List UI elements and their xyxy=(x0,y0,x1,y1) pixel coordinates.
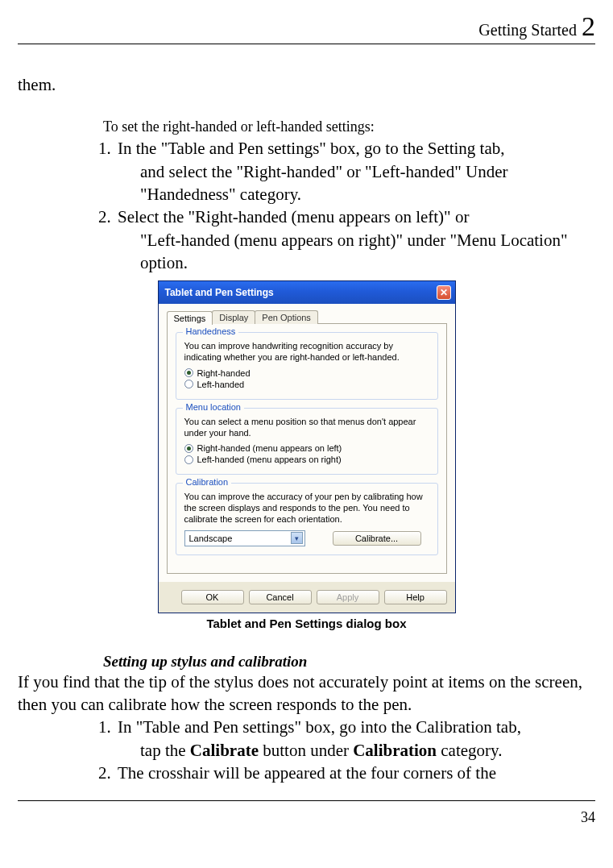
radio-label: Right-handed (menu appears on left) xyxy=(197,443,342,453)
dialog-tabs: Settings Display Pen Options xyxy=(167,310,447,324)
list-item: 1. In the "Table and Pen settings" box, … xyxy=(98,137,595,206)
subheading-calibration: Setting up stylus and calibration xyxy=(103,653,595,671)
group-desc: You can improve the accuracy of your pen… xyxy=(184,492,429,525)
tab-settings[interactable]: Settings xyxy=(167,311,213,325)
step-text: Select the "Right-handed (menu appears o… xyxy=(118,207,469,226)
group-handedness: Handedness You can improve handwriting r… xyxy=(176,332,438,400)
cancel-button[interactable]: Cancel xyxy=(249,590,312,604)
radio-right-handed[interactable]: Right-handed xyxy=(184,368,429,378)
calibrate-button[interactable]: Calibrate... xyxy=(333,531,421,546)
step-number: 1. xyxy=(98,137,118,206)
radio-icon xyxy=(184,444,193,453)
combo-value: Landscape xyxy=(189,534,233,543)
radio-menu-left[interactable]: Right-handed (menu appears on left) xyxy=(184,443,429,453)
radio-label: Right-handed xyxy=(197,368,251,378)
close-icon[interactable]: ✕ xyxy=(437,285,451,300)
step-text: The crosshair will be appeared at the fo… xyxy=(118,763,496,783)
dialog-title: Tablet and Pen Settings xyxy=(165,287,274,298)
steps-a: 1. In the "Table and Pen settings" box, … xyxy=(98,137,595,274)
orientation-combo[interactable]: Landscape ▾ xyxy=(184,530,305,546)
radio-label: Left-handed (menu appears on right) xyxy=(197,455,342,464)
radio-icon xyxy=(184,380,193,388)
tab-pane: Handedness You can improve handwriting r… xyxy=(167,323,447,573)
step-text: In the "Table and Pen settings" box, go … xyxy=(118,139,505,158)
step-number: 2. xyxy=(98,762,118,784)
page-footer: 34 xyxy=(18,800,595,826)
tab-display[interactable]: Display xyxy=(212,310,255,324)
intro-line: To set the right-handed or left-handed s… xyxy=(103,118,595,135)
group-menu-location: Menu location You can select a menu posi… xyxy=(176,408,438,476)
help-button[interactable]: Help xyxy=(384,590,447,604)
header-title: Getting Started xyxy=(478,21,577,39)
chevron-down-icon: ▾ xyxy=(291,532,303,544)
figure-caption: Tablet and Pen Settings dialog box xyxy=(18,617,595,630)
dialog-figure: Tablet and Pen Settings ✕ Settings Displ… xyxy=(18,280,595,613)
list-item: 2. The crosshair will be appeared at the… xyxy=(98,762,595,784)
fragment-top: them. xyxy=(18,73,595,96)
radio-icon xyxy=(184,368,193,377)
step-text-cont: tap the Calibrate button under Calibrati… xyxy=(118,739,595,762)
dialog-titlebar: Tablet and Pen Settings ✕ xyxy=(159,281,455,304)
step-number: 1. xyxy=(98,716,118,762)
tab-pen-options[interactable]: Pen Options xyxy=(255,310,318,324)
radio-menu-right[interactable]: Left-handed (menu appears on right) xyxy=(184,455,429,464)
dialog-button-row: OK Cancel Apply Help xyxy=(159,582,455,613)
group-legend: Handedness xyxy=(183,326,239,336)
page-header: Getting Started 2 xyxy=(18,13,595,44)
ok-button[interactable]: OK xyxy=(181,590,244,604)
group-calibration: Calibration You can improve the accuracy… xyxy=(176,483,438,554)
apply-button[interactable]: Apply xyxy=(317,590,379,604)
steps-b: 1. In "Table and Pen settings" box, go i… xyxy=(98,716,595,784)
step-text-cont: "Left-handed (menu appears on right)" un… xyxy=(118,229,595,275)
radio-label: Left-handed xyxy=(197,380,245,389)
group-legend: Calibration xyxy=(183,477,232,487)
radio-icon xyxy=(184,455,193,464)
group-legend: Menu location xyxy=(183,402,245,412)
tablet-pen-settings-dialog: Tablet and Pen Settings ✕ Settings Displ… xyxy=(158,280,456,613)
step-text-cont: and select the "Right-handed" or "Left-h… xyxy=(118,160,595,206)
list-item: 2. Select the "Right-handed (menu appear… xyxy=(98,206,595,274)
step-number: 2. xyxy=(98,206,118,274)
chapter-number: 2 xyxy=(582,13,595,40)
page-number: 34 xyxy=(581,809,595,825)
group-desc: You can improve handwriting recognition … xyxy=(184,341,429,363)
paragraph-calibration: If you find that the tip of the stylus d… xyxy=(18,671,595,716)
list-item: 1. In "Table and Pen settings" box, go i… xyxy=(98,716,595,762)
radio-left-handed[interactable]: Left-handed xyxy=(184,380,429,389)
group-desc: You can select a menu position so that m… xyxy=(184,417,429,439)
step-text: In "Table and Pen settings" box, go into… xyxy=(118,717,521,737)
